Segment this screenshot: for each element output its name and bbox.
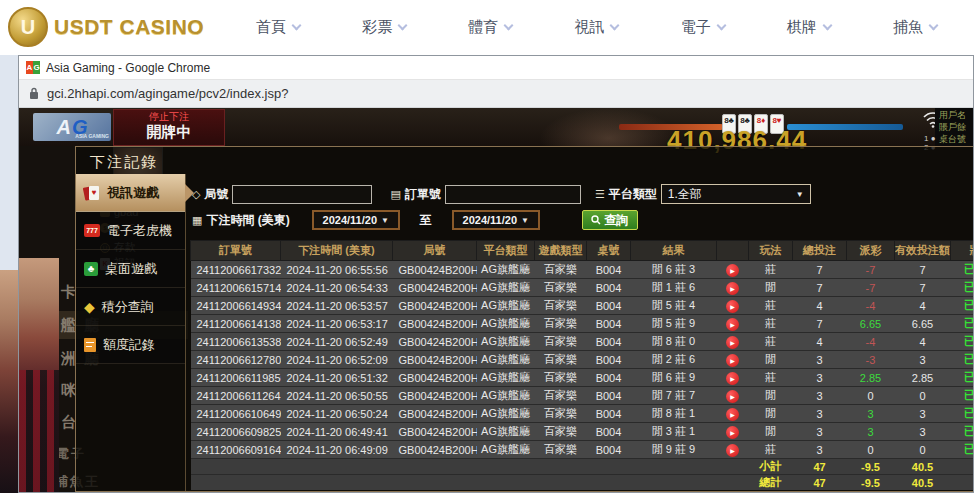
totals-valid: 40.5 (895, 459, 951, 475)
round-input[interactable] (232, 185, 372, 204)
nav-item-label: 首頁 (256, 18, 286, 37)
sidebar-item-額度記錄[interactable]: 額度記錄 (76, 326, 185, 364)
ag-game-page: AG ASIA GAMING 停止下注 開牌中 8♣8♣8♦8♥ 410,986… (19, 108, 973, 492)
nav-item-label: 棋牌 (787, 18, 817, 37)
column-header: 總投注 (793, 241, 847, 261)
search-button[interactable]: 查詢 (582, 210, 638, 230)
cell-round: GB00424B200HF (393, 387, 477, 405)
date-to-select[interactable]: 2024/11/20 ▼ (452, 210, 540, 230)
cell-result: 閒 9 莊 9 (631, 441, 717, 459)
chevron-down-icon: ▼ (521, 216, 529, 225)
nav-item-視訊[interactable]: 視訊 (574, 18, 618, 37)
play-icon[interactable]: ▶ (726, 318, 739, 331)
cell-table: B004 (587, 423, 631, 441)
cell-replay: ▶ (717, 441, 749, 459)
cell-valid-bet: 0 (895, 387, 951, 405)
nav-item-電子[interactable]: 電子 (681, 18, 725, 37)
sidebar-item-視訊遊戲[interactable]: ♥視訊遊戲 (76, 174, 185, 212)
play-icon[interactable]: ▶ (726, 336, 739, 349)
table-row: 2411200661493482024-11-20 06:53:57GB0042… (191, 297, 974, 315)
order-input[interactable] (445, 185, 581, 204)
cell-status: 已派彩 (951, 261, 974, 279)
site-logo: U USDT CASINO (8, 7, 204, 47)
nav-item-體育[interactable]: 體育 (468, 18, 512, 37)
nav-item-捕魚[interactable]: 捕魚 (893, 18, 937, 37)
play-icon[interactable]: ▶ (726, 354, 739, 367)
cell-play-type: 閒 (749, 387, 793, 405)
window-titlebar[interactable]: AG Asia Gaming - Google Chrome (19, 56, 973, 80)
cell-status: 已派彩 (951, 297, 974, 315)
cell-valid-bet: 0 (895, 441, 951, 459)
cell-platform: AG旗艦廳 (477, 441, 535, 459)
table-row: 2411200661733232024-11-20 06:55:56GB0042… (191, 261, 974, 279)
play-icon[interactable]: ▶ (726, 390, 739, 403)
cell-time: 2024-11-20 06:52:09 (281, 351, 393, 369)
cell-replay: ▶ (717, 279, 749, 297)
cell-play-type: 閒 (749, 423, 793, 441)
cell-round: GB00424B200HE (393, 405, 477, 423)
cell-game: 百家樂 (535, 315, 587, 333)
cell-payout: -3 (847, 351, 895, 369)
column-header: 結果 (631, 241, 717, 261)
totals-spacer (191, 475, 749, 491)
cell-platform: AG旗艦廳 (477, 315, 535, 333)
play-icon[interactable]: ▶ (726, 444, 739, 457)
cell-bet: 3 (793, 405, 847, 423)
sidebar-item-電子老虎機[interactable]: 777電子老虎機 (76, 212, 185, 250)
nav-item-棋牌[interactable]: 棋牌 (787, 18, 831, 37)
cell-platform: AG旗艦廳 (477, 423, 535, 441)
sidebar-item-桌面遊戲[interactable]: ♣桌面遊戲 (76, 250, 185, 288)
table-row: 2411200660982562024-11-20 06:49:41GB0042… (191, 423, 974, 441)
cell-game: 百家樂 (535, 297, 587, 315)
cell-result: 閒 5 莊 9 (631, 315, 717, 333)
cell-table: B004 (587, 315, 631, 333)
play-icon[interactable]: ▶ (726, 426, 739, 439)
table-row: 2411200661126412024-11-20 06:50:55GB0042… (191, 387, 974, 405)
totals-status (951, 475, 974, 491)
cell-time: 2024-11-20 06:49:09 (281, 441, 393, 459)
cell-round: GB00424B200HJ (393, 315, 477, 333)
screen: U USDT CASINO 首頁彩票體育視訊電子棋牌捕魚 AG Asia Gam… (0, 0, 974, 493)
cell-valid-bet: 6.65 (895, 315, 951, 333)
cell-platform: AG旗艦廳 (477, 351, 535, 369)
main-nav: 首頁彩票體育視訊電子棋牌捕魚 (225, 0, 968, 55)
cell-platform: AG旗艦廳 (477, 279, 535, 297)
chevron-down-icon (292, 21, 302, 31)
cell-table: B004 (587, 351, 631, 369)
nav-item-首頁[interactable]: 首頁 (256, 18, 300, 37)
ag-logo: AG ASIA GAMING (33, 113, 111, 141)
table-row: 2411200661353832024-11-20 06:52:49GB0042… (191, 333, 974, 351)
bet-records-table: 訂單號下注時間 (美東)局號平台類型遊戲類型桌號結果玩法總投注派彩有效投注額狀態… (190, 240, 973, 490)
quota-document-icon (84, 338, 96, 352)
date-from-select[interactable]: 2024/11/20 ▼ (312, 210, 400, 230)
cell-order: 241120066112641 (191, 387, 281, 405)
play-icon[interactable]: ▶ (726, 282, 739, 295)
cell-round: GB00424B200HI (393, 333, 477, 351)
cell-round: GB00424B200HD (393, 423, 477, 441)
table-games-icon: ♣ (84, 262, 98, 276)
play-icon[interactable]: ▶ (726, 300, 739, 313)
platform-select[interactable]: 1.全部 ▼ (661, 184, 811, 204)
slot-machine-icon: 777 (84, 224, 100, 237)
cell-bet: 3 (793, 441, 847, 459)
cell-play-type: 閒 (749, 405, 793, 423)
play-icon[interactable]: ▶ (726, 408, 739, 421)
url-text: gci.2hhapi.com/agingame/pcv2/index.jsp? (47, 86, 288, 101)
clipboard-icon: ▤ (390, 188, 400, 201)
address-bar[interactable]: gci.2hhapi.com/agingame/pcv2/index.jsp? (19, 80, 973, 108)
cell-game: 百家樂 (535, 351, 587, 369)
play-icon[interactable]: ▶ (726, 372, 739, 385)
cell-play-type: 莊 (749, 261, 793, 279)
cell-order: 241120066098256 (191, 423, 281, 441)
cell-status: 已派彩 (951, 351, 974, 369)
cell-platform: AG旗艦廳 (477, 387, 535, 405)
cell-replay: ▶ (717, 333, 749, 351)
play-icon[interactable]: ▶ (726, 264, 739, 277)
nav-item-label: 電子 (681, 18, 711, 37)
cell-valid-bet: 2.85 (895, 369, 951, 387)
sidebar-item-積分查詢[interactable]: ◆積分查詢 (76, 288, 185, 326)
cell-round: GB00424B200HK (393, 297, 477, 315)
cell-play-type: 閒 (749, 351, 793, 369)
nav-item-彩票[interactable]: 彩票 (362, 18, 406, 37)
cell-valid-bet: 7 (895, 261, 951, 279)
